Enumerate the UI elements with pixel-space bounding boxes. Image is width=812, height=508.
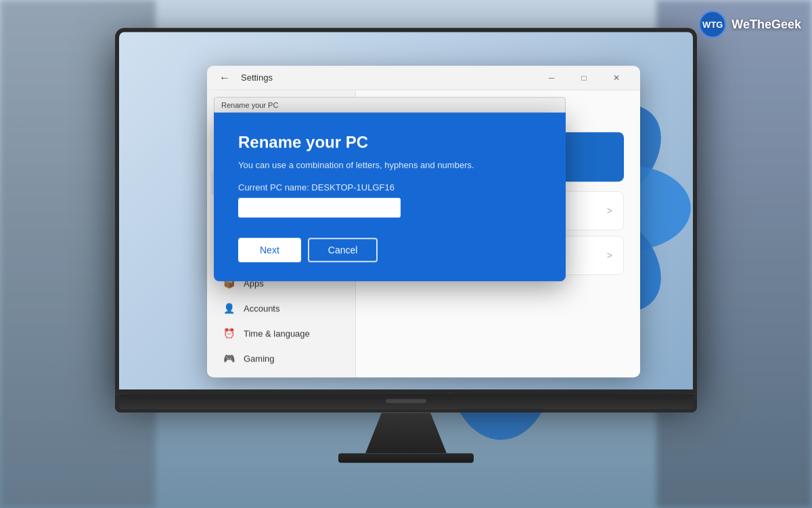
accessibility-icon: ♿: [222, 377, 235, 377]
rename-titlebar-text: Rename your PC: [221, 101, 278, 109]
rename-dialog-desc: You can use a combination of letters, hy…: [238, 160, 541, 170]
maximize-button[interactable]: □: [568, 66, 600, 90]
time-icon: ⏰: [222, 326, 235, 340]
sidebar-label-gaming: Gaming: [244, 354, 275, 364]
settings-title: Settings: [241, 72, 273, 83]
rename-dialog-title: Rename your PC: [238, 133, 541, 152]
monitor-wrapper: ← Settings ─ □ ✕ 👤: [115, 28, 697, 463]
dialog-buttons: Next Cancel: [238, 238, 541, 262]
notifications-chevron: >: [607, 205, 612, 216]
sidebar-label-accounts: Accounts: [244, 303, 279, 314]
wtg-brand-name: WeTheGeek: [731, 18, 801, 32]
settings-titlebar: ← Settings ─ □ ✕: [207, 66, 640, 90]
focus-chevron: >: [607, 250, 612, 261]
cancel-button[interactable]: Cancel: [308, 238, 378, 262]
next-button[interactable]: Next: [238, 238, 301, 262]
back-button[interactable]: ←: [215, 68, 234, 87]
window-controls: ─ □ ✕: [536, 66, 632, 90]
monitor-base: [338, 453, 474, 463]
wethegeek-logo: WTG WeTheGeek: [699, 11, 801, 38]
monitor-screen: ← Settings ─ □ ✕ 👤: [115, 28, 697, 394]
wtg-icon: WTG: [699, 11, 726, 38]
accounts-icon: 👤: [222, 301, 235, 315]
current-pc-name-label: Current PC name: DESKTOP-1ULGF16: [238, 182, 541, 192]
monitor-stand: [365, 412, 447, 453]
sidebar-item-time[interactable]: ⏰ Time & language: [211, 321, 351, 345]
sidebar-label-time: Time & language: [244, 329, 310, 339]
new-pc-name-input[interactable]: [238, 198, 401, 217]
monitor-content: ← Settings ─ □ ✕ 👤: [119, 32, 693, 389]
sidebar-item-accounts[interactable]: 👤 Accounts: [211, 296, 351, 320]
gaming-icon: 🎮: [222, 352, 235, 365]
rename-dialog-titlebar: Rename your PC: [214, 97, 566, 113]
monitor-bezel: [115, 394, 697, 412]
sidebar-item-accessibility[interactable]: ♿ Accessibility: [211, 371, 351, 377]
sidebar-item-gaming[interactable]: 🎮 Gaming: [211, 346, 351, 371]
close-button[interactable]: ✕: [601, 66, 632, 90]
rename-pc-dialog: Rename your PC You can use a combination…: [214, 112, 566, 281]
minimize-button[interactable]: ─: [536, 66, 567, 90]
